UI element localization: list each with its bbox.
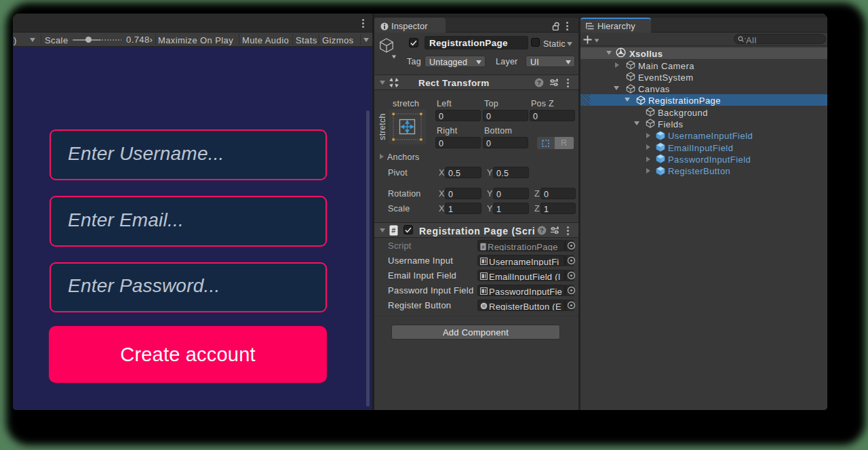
svg-text:?: ? <box>537 79 541 86</box>
svg-text:?: ? <box>540 226 544 234</box>
svg-text:#: # <box>391 226 395 234</box>
svg-text:#: # <box>481 243 485 249</box>
